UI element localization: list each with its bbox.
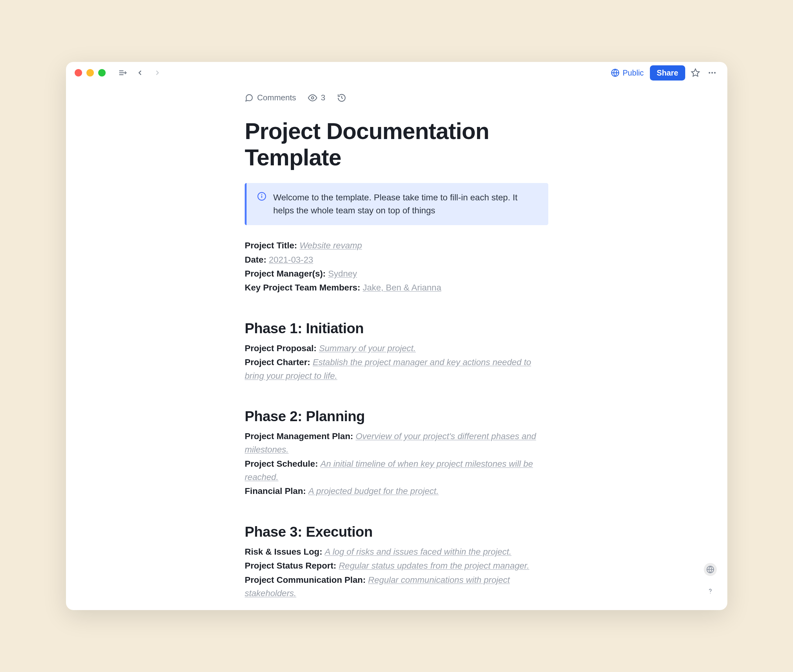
field-label: Project Schedule: bbox=[245, 459, 318, 469]
info-icon bbox=[257, 192, 266, 217]
question-icon bbox=[706, 587, 715, 595]
titlebar-left bbox=[75, 66, 164, 79]
field-label: Project Status Report: bbox=[245, 561, 336, 570]
section-heading[interactable]: Phase 1: Initiation bbox=[245, 320, 548, 337]
field-value: Summary of your project. bbox=[319, 344, 416, 353]
maximize-window-button[interactable] bbox=[98, 69, 106, 77]
field-value: Jake, Ben & Arianna bbox=[363, 283, 441, 292]
field-status[interactable]: Project Status Report: Regular status up… bbox=[245, 559, 548, 572]
favorite-button[interactable] bbox=[689, 66, 702, 79]
field-value: A projected budget for the project. bbox=[308, 486, 439, 496]
titlebar: Public Share bbox=[66, 62, 727, 83]
more-horizontal-icon bbox=[708, 68, 717, 77]
chevron-left-icon bbox=[136, 69, 144, 77]
close-window-button[interactable] bbox=[75, 69, 82, 77]
field-schedule[interactable]: Project Schedule: An initial timeline of… bbox=[245, 457, 548, 484]
sidebar-toggle-icon bbox=[118, 68, 127, 77]
field-label: Date: bbox=[245, 255, 266, 264]
minimize-window-button[interactable] bbox=[87, 69, 94, 77]
svg-point-7 bbox=[711, 72, 713, 74]
meta-fields: Project Title: Website revamp Date: 2021… bbox=[245, 239, 548, 294]
document-page: Comments 3 Project Documentation Templat… bbox=[245, 93, 548, 610]
document-content: Comments 3 Project Documentation Templat… bbox=[66, 83, 727, 610]
comments-button[interactable]: Comments bbox=[245, 93, 296, 102]
globe-icon bbox=[611, 69, 620, 77]
field-label: Project Management Plan: bbox=[245, 431, 353, 441]
share-button[interactable]: Share bbox=[650, 66, 685, 80]
field-label: Project Title: bbox=[245, 241, 297, 250]
field-date[interactable]: Date: 2021-03-23 bbox=[245, 253, 548, 266]
eye-icon bbox=[308, 93, 317, 102]
history-button[interactable] bbox=[337, 93, 346, 102]
sidebar-toggle-button[interactable] bbox=[116, 66, 129, 79]
field-proposal[interactable]: Project Proposal: Summary of your projec… bbox=[245, 342, 548, 355]
field-label: Project Communication Plan: bbox=[245, 575, 366, 585]
titlebar-right: Public Share bbox=[609, 66, 719, 80]
more-button[interactable] bbox=[706, 66, 719, 79]
field-label: Key Project Team Members: bbox=[245, 283, 360, 292]
section-heading[interactable]: Phase 3: Execution bbox=[245, 523, 548, 540]
field-label: Project Charter: bbox=[245, 357, 311, 367]
field-managers[interactable]: Project Manager(s): Sydney bbox=[245, 267, 548, 280]
section-phase-1: Phase 1: Initiation Project Proposal: Su… bbox=[245, 320, 548, 382]
field-charter[interactable]: Project Charter: Establish the project m… bbox=[245, 355, 548, 382]
chevron-right-icon bbox=[153, 69, 162, 77]
field-value: Website revamp bbox=[300, 241, 362, 250]
svg-point-8 bbox=[714, 72, 716, 74]
floating-globe-button[interactable] bbox=[704, 563, 717, 576]
info-callout[interactable]: Welcome to the template. Please take tim… bbox=[245, 183, 548, 225]
callout-text: Welcome to the template. Please take tim… bbox=[273, 191, 538, 217]
doc-metabar: Comments 3 bbox=[245, 93, 548, 102]
field-value: A log of risks and issues faced within t… bbox=[325, 547, 511, 557]
field-pm-plan[interactable]: Project Management Plan: Overview of you… bbox=[245, 429, 548, 456]
field-label: Project Proposal: bbox=[245, 344, 317, 353]
clock-refresh-icon bbox=[337, 93, 346, 102]
svg-point-15 bbox=[710, 593, 710, 594]
help-button[interactable] bbox=[704, 585, 717, 598]
svg-point-6 bbox=[708, 72, 710, 74]
section-phase-2: Phase 2: Planning Project Management Pla… bbox=[245, 408, 548, 498]
field-communication[interactable]: Project Communication Plan: Regular comm… bbox=[245, 573, 548, 600]
public-button[interactable]: Public bbox=[609, 67, 646, 78]
field-financial[interactable]: Financial Plan: A projected budget for t… bbox=[245, 484, 548, 498]
field-value: Regular status updates from the project … bbox=[338, 561, 529, 570]
field-risks[interactable]: Risk & Issues Log: A log of risks and is… bbox=[245, 545, 548, 558]
page-title[interactable]: Project Documentation Template bbox=[245, 118, 548, 171]
nav-back-button[interactable] bbox=[133, 66, 146, 79]
globe-icon bbox=[706, 565, 715, 573]
svg-marker-5 bbox=[691, 69, 699, 77]
svg-point-12 bbox=[261, 194, 263, 195]
field-members[interactable]: Key Project Team Members: Jake, Ben & Ar… bbox=[245, 281, 548, 294]
star-icon bbox=[691, 68, 700, 77]
field-value: 2021-03-23 bbox=[269, 255, 313, 264]
traffic-lights bbox=[75, 69, 106, 77]
field-label: Project Manager(s): bbox=[245, 269, 325, 278]
public-label: Public bbox=[623, 69, 644, 77]
field-project-title[interactable]: Project Title: Website revamp bbox=[245, 239, 548, 252]
share-label: Share bbox=[657, 69, 678, 77]
field-value: Sydney bbox=[328, 269, 357, 278]
section-phase-3: Phase 3: Execution Risk & Issues Log: A … bbox=[245, 523, 548, 600]
app-window: Public Share Comments 3 bbox=[66, 62, 727, 610]
view-count: 3 bbox=[321, 93, 325, 102]
svg-point-9 bbox=[311, 97, 314, 99]
section-heading[interactable]: Phase 2: Planning bbox=[245, 408, 548, 424]
comment-icon bbox=[245, 93, 253, 102]
field-label: Financial Plan: bbox=[245, 486, 306, 496]
comments-label: Comments bbox=[257, 93, 296, 102]
nav-forward-button[interactable] bbox=[151, 66, 164, 79]
views-indicator[interactable]: 3 bbox=[308, 93, 325, 102]
field-label: Risk & Issues Log: bbox=[245, 547, 322, 557]
